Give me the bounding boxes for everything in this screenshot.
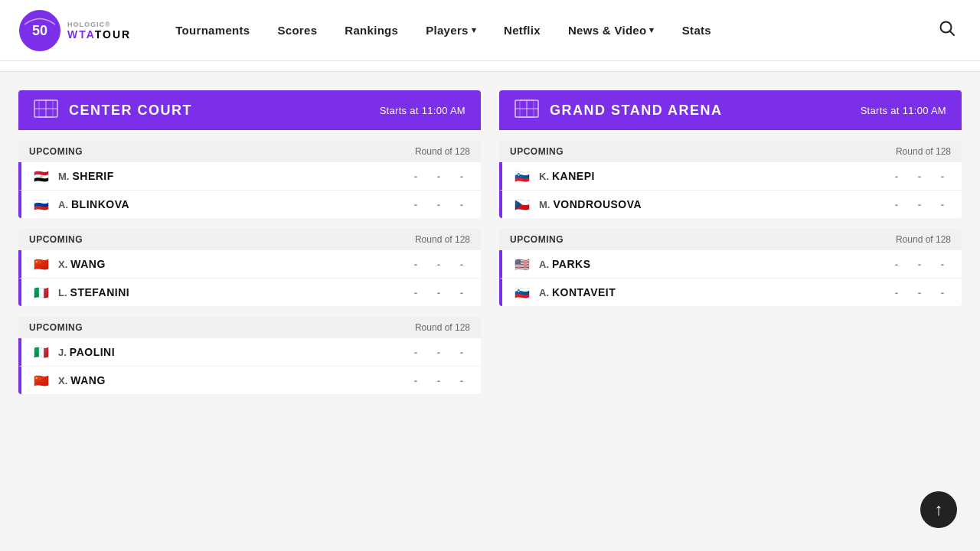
score-cells: ---: [407, 347, 470, 358]
match-row[interactable]: 🇨🇳 X. WANG ---: [18, 250, 481, 279]
player-flag: 🇸🇮: [513, 286, 531, 298]
player-initial: X.: [58, 259, 67, 270]
match-header: UPCOMING Round of 128: [18, 317, 481, 338]
svg-text:50: 50: [32, 23, 47, 38]
nav-players[interactable]: Players ▾: [412, 0, 490, 61]
match-block: UPCOMING Round of 128 🇮🇹 J. PAOLINI --- …: [18, 317, 481, 394]
player-name: PARKS: [552, 258, 888, 270]
score-cell: -: [407, 347, 424, 358]
court-icon: [514, 99, 539, 121]
sub-nav-bar: [0, 61, 980, 72]
match-block: UPCOMING Round of 128 🇸🇮 K. KANEPI --- 🇨…: [499, 141, 962, 218]
court-title: GRAND STAND ARENA: [550, 103, 861, 119]
match-row[interactable]: 🇸🇮 K. KANEPI ---: [499, 162, 962, 191]
player-name: PAOLINI: [70, 346, 407, 358]
match-row[interactable]: 🇨🇳 X. WANG ---: [18, 367, 481, 394]
match-round: Round of 128: [896, 146, 951, 157]
match-block: UPCOMING Round of 128 🇨🇳 X. WANG --- 🇮🇹 …: [18, 229, 481, 306]
match-block: UPCOMING Round of 128 🇪🇬 M. SHERIF --- 🇷…: [18, 141, 481, 218]
match-header: UPCOMING Round of 128: [18, 229, 481, 250]
score-cells: ---: [407, 375, 470, 386]
players-dropdown-chevron: ▾: [472, 25, 476, 35]
match-round: Round of 128: [415, 234, 470, 245]
player-initial: X.: [58, 375, 67, 386]
player-initial: L.: [58, 287, 67, 298]
player-name: WANG: [70, 374, 407, 386]
score-cell: -: [407, 287, 424, 298]
player-initial: A.: [58, 199, 68, 210]
player-name: BLINKOVA: [71, 198, 407, 210]
match-status: UPCOMING: [510, 234, 564, 245]
nav-rankings[interactable]: Rankings: [331, 0, 412, 61]
player-flag: 🇮🇹: [32, 286, 51, 298]
score-cell: -: [934, 259, 951, 270]
match-status: UPCOMING: [29, 234, 83, 245]
court-header-grand-stand-arena: GRAND STAND ARENA Starts at 11:00 AM: [499, 90, 962, 130]
nav-stats[interactable]: Stats: [668, 0, 725, 61]
nav-news-video[interactable]: News & Video ▾: [554, 0, 668, 61]
player-initial: K.: [539, 171, 549, 182]
player-initial: J.: [58, 347, 67, 358]
court-section-center-court: CENTER COURT Starts at 11:00 AM UPCOMING…: [18, 90, 481, 394]
score-cell: -: [911, 199, 928, 210]
score-cells: ---: [407, 199, 470, 210]
score-cell: -: [453, 375, 470, 386]
nav-scores[interactable]: Scores: [263, 0, 331, 61]
score-cell: -: [934, 171, 951, 182]
match-status: UPCOMING: [29, 322, 83, 333]
news-dropdown-chevron: ▾: [649, 25, 654, 35]
nav-tournaments[interactable]: Tournaments: [162, 0, 263, 61]
match-row[interactable]: 🇮🇹 J. PAOLINI ---: [18, 338, 481, 367]
player-initial: M.: [58, 171, 69, 182]
match-row[interactable]: 🇺🇸 A. PARKS ---: [499, 250, 962, 279]
player-flag: 🇷🇺: [32, 198, 51, 210]
match-row[interactable]: 🇪🇬 M. SHERIF ---: [18, 162, 481, 191]
score-cell: -: [888, 259, 905, 270]
search-button[interactable]: [933, 14, 962, 47]
match-row[interactable]: 🇨🇿 M. VONDROUSOVA ---: [499, 191, 962, 218]
score-cell: -: [453, 287, 470, 298]
score-cell: -: [911, 287, 928, 298]
court-section-grand-stand-arena: GRAND STAND ARENA Starts at 11:00 AM UPC…: [499, 90, 962, 394]
match-row[interactable]: 🇷🇺 A. BLINKOVA ---: [18, 191, 481, 218]
court-title: CENTER COURT: [69, 103, 380, 119]
main-content: CENTER COURT Starts at 11:00 AM UPCOMING…: [0, 72, 980, 425]
score-cell: -: [430, 199, 447, 210]
score-cell: -: [934, 199, 951, 210]
player-flag: 🇺🇸: [513, 258, 531, 270]
courts-grid: CENTER COURT Starts at 11:00 AM UPCOMING…: [18, 90, 962, 394]
score-cell: -: [911, 259, 928, 270]
score-cells: ---: [888, 199, 951, 210]
score-cell: -: [430, 259, 447, 270]
match-header: UPCOMING Round of 128: [499, 141, 962, 162]
player-name: WANG: [70, 258, 407, 270]
score-cells: ---: [407, 259, 470, 270]
player-initial: M.: [539, 199, 550, 210]
player-name: KANEPI: [552, 170, 888, 182]
score-cells: ---: [407, 287, 470, 298]
player-name: STEFANINI: [70, 286, 407, 298]
score-cells: ---: [888, 171, 951, 182]
score-cell: -: [430, 375, 447, 386]
match-row[interactable]: 🇸🇮 A. KONTAVEIT ---: [499, 279, 962, 306]
match-block: UPCOMING Round of 128 🇺🇸 A. PARKS --- 🇸🇮…: [499, 229, 962, 306]
match-round: Round of 128: [896, 234, 951, 245]
court-icon: [34, 99, 58, 121]
score-cell: -: [407, 199, 424, 210]
score-cell: -: [407, 375, 424, 386]
player-flag: 🇨🇳: [32, 258, 51, 270]
court-time: Starts at 11:00 AM: [861, 105, 946, 116]
match-header: UPCOMING Round of 128: [18, 141, 481, 162]
svg-line-3: [950, 31, 955, 35]
site-logo[interactable]: 50 HOLOGIC® WTATOUR: [18, 9, 131, 52]
nav-netflix[interactable]: Netflix: [490, 0, 554, 61]
player-name: SHERIF: [72, 170, 407, 182]
court-time: Starts at 11:00 AM: [380, 105, 466, 116]
match-row[interactable]: 🇮🇹 L. STEFANINI ---: [18, 279, 481, 306]
match-round: Round of 128: [415, 322, 470, 333]
score-cell: -: [911, 171, 928, 182]
score-cell: -: [934, 287, 951, 298]
score-cell: -: [453, 171, 470, 182]
player-initial: A.: [539, 259, 549, 270]
player-name: VONDROUSOVA: [553, 198, 888, 210]
